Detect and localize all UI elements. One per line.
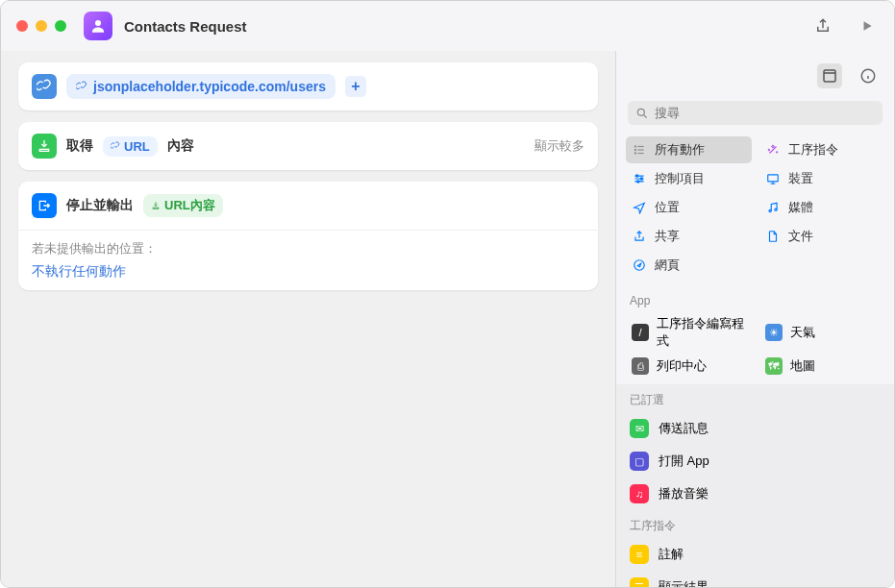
library-sidebar: 所有動作工序指令控制項目裝置位置媒體共享文件網頁 App /工序指令編寫程式☀天… (615, 51, 894, 587)
category-item[interactable]: 網頁 (626, 252, 752, 279)
action-label: 取得 (66, 137, 93, 155)
url-variable-token[interactable]: URL (103, 136, 158, 157)
action-label: 停止並輸出 (66, 197, 134, 214)
add-url-button[interactable]: + (345, 76, 366, 97)
action-list-item[interactable]: ▢打開 App (616, 445, 894, 478)
run-button[interactable] (856, 14, 879, 37)
info-tab-button[interactable] (856, 63, 881, 88)
category-label: 工序指令 (788, 141, 838, 159)
app-label: 工序指令編寫程式 (657, 315, 746, 350)
url-value[interactable]: jsonplaceholder.typicode.com/users (66, 74, 336, 99)
svg-point-4 (634, 145, 636, 147)
app-icon: / (632, 324, 649, 341)
category-label: 控制項目 (655, 170, 705, 187)
slider-icon (632, 171, 647, 186)
action-list-item[interactable]: ☰顯示結果 (616, 571, 894, 587)
workflow-canvas[interactable]: jsonplaceholder.typicode.com/users + 取得 … (1, 51, 615, 587)
shortcuts-section-label: 工序指令 (616, 510, 894, 538)
app-icon: ⎙ (632, 357, 649, 375)
action-label: 傳送訊息 (659, 420, 709, 437)
category-item[interactable]: 文件 (759, 223, 885, 250)
action-icon: ✉ (630, 419, 649, 438)
close-window-button[interactable] (16, 20, 28, 32)
get-contents-action-card[interactable]: 取得 URL 內容 顯示較多 (18, 122, 598, 170)
category-item[interactable]: 控制項目 (626, 165, 752, 192)
app-label: 列印中心 (657, 357, 707, 375)
search-input[interactable] (655, 106, 875, 120)
app-item[interactable]: 🗺地圖 (759, 354, 885, 379)
action-label: 打開 App (659, 453, 709, 470)
svg-point-12 (637, 181, 639, 183)
shortcut-app-icon (84, 12, 112, 40)
action-list-item[interactable]: ♫播放音樂 (616, 478, 894, 510)
svg-point-6 (634, 149, 636, 151)
location-icon (632, 200, 647, 215)
maximize-window-button[interactable] (55, 20, 66, 32)
svg-point-14 (768, 209, 770, 211)
action-icon: ▢ (630, 452, 649, 471)
library-tab-button[interactable] (817, 63, 842, 88)
note-icon (765, 200, 781, 215)
category-item[interactable]: 所有動作 (626, 136, 752, 163)
app-item[interactable]: ☀天氣 (759, 311, 885, 354)
category-label: 文件 (788, 228, 813, 245)
category-item[interactable]: 媒體 (759, 194, 885, 221)
svg-point-3 (637, 109, 644, 115)
svg-point-10 (636, 175, 638, 177)
display-icon (765, 171, 781, 186)
wand-icon (765, 142, 781, 158)
url-action-card[interactable]: jsonplaceholder.typicode.com/users + (18, 62, 598, 110)
category-item[interactable]: 裝置 (759, 165, 885, 192)
action-label: 註解 (659, 546, 684, 563)
category-label: 裝置 (788, 170, 813, 187)
action-label: 內容 (167, 137, 194, 155)
action-label: 顯示結果 (659, 578, 709, 587)
category-label: 共享 (655, 228, 680, 245)
window-title: Contacts Request (124, 18, 247, 35)
app-section-label: App (616, 286, 894, 311)
share-button[interactable] (811, 14, 834, 37)
list-icon (632, 142, 647, 158)
category-item[interactable]: 工序指令 (759, 136, 885, 163)
category-item[interactable]: 共享 (626, 223, 752, 250)
app-icon: 🗺 (765, 357, 783, 375)
link-icon (32, 74, 57, 99)
app-item[interactable]: /工序指令編寫程式 (626, 311, 752, 354)
compass-icon (632, 257, 647, 273)
stop-output-action-card[interactable]: 停止並輸出 URL內容 若未提供輸出的位置： 不執行任何動作 (18, 182, 598, 290)
share-icon (632, 229, 647, 244)
action-label: 播放音樂 (659, 485, 709, 502)
titlebar: Contacts Request (1, 1, 894, 51)
action-list-item[interactable]: ✉傳送訊息 (616, 412, 894, 445)
svg-rect-13 (767, 175, 778, 182)
app-label: 地圖 (790, 357, 815, 375)
category-label: 網頁 (655, 257, 680, 274)
category-item[interactable]: 位置 (626, 194, 752, 221)
category-label: 媒體 (788, 199, 813, 216)
search-box[interactable] (628, 101, 883, 125)
svg-rect-1 (824, 70, 835, 82)
search-icon (635, 107, 649, 120)
show-more-button[interactable]: 顯示較多 (535, 137, 584, 155)
svg-point-11 (640, 178, 642, 180)
url-content-variable-token[interactable]: URL內容 (143, 194, 223, 217)
action-icon: ♫ (630, 484, 649, 503)
pinned-section-label: 已訂選 (616, 384, 894, 412)
category-label: 位置 (655, 199, 680, 216)
doc-icon (765, 229, 781, 244)
svg-rect-5 (637, 146, 643, 147)
svg-point-0 (95, 20, 101, 26)
svg-point-8 (634, 152, 636, 154)
output-behavior-select[interactable]: 不執行任何動作 (32, 263, 584, 281)
action-list-item[interactable]: ≡註解 (616, 538, 894, 571)
app-item[interactable]: ⎙列印中心 (626, 354, 752, 379)
action-icon: ≡ (630, 545, 649, 564)
output-hint-label: 若未提供輸出的位置： (32, 240, 584, 257)
action-icon: ☰ (630, 577, 649, 587)
download-icon (32, 134, 57, 159)
app-label: 天氣 (790, 324, 815, 341)
svg-rect-7 (637, 149, 643, 150)
category-label: 所有動作 (655, 141, 705, 159)
app-icon: ☀ (765, 324, 783, 341)
minimize-window-button[interactable] (36, 20, 47, 32)
